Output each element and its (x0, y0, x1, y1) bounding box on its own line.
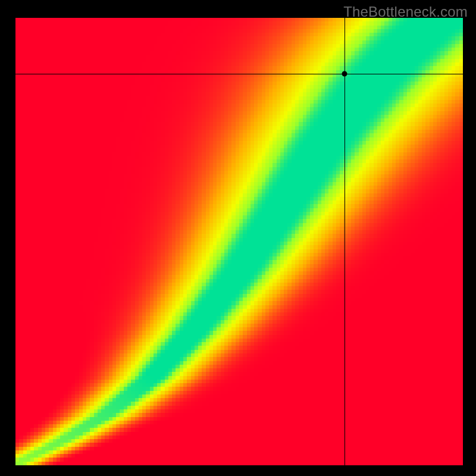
crosshair-horizontal (15, 74, 463, 74)
bottleneck-heatmap (15, 18, 463, 465)
plot-area (15, 18, 463, 465)
crosshair-vertical (345, 18, 345, 465)
marker-dot (342, 71, 347, 77)
chart-stage: TheBottleneck.com (0, 0, 476, 476)
